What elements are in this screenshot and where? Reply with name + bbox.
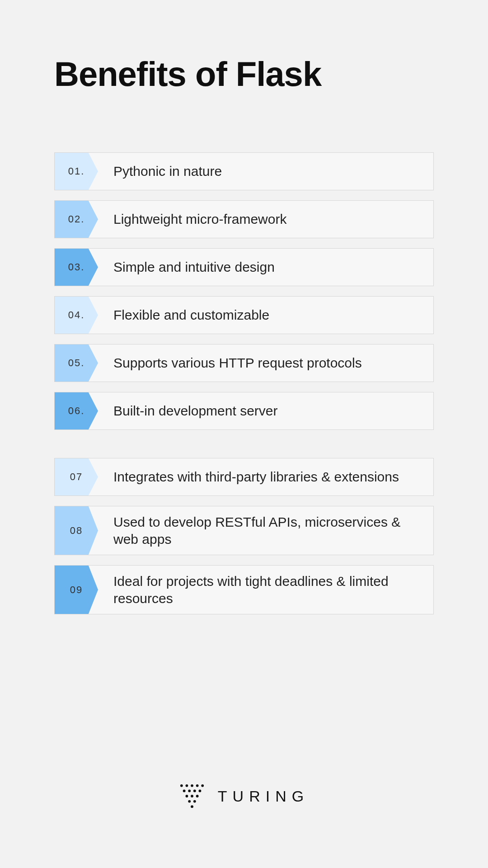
list-item: 09 Ideal for projects with tight deadlin… <box>54 565 434 614</box>
page-title: Benefits of Flask <box>54 54 434 94</box>
svg-point-4 <box>201 784 204 787</box>
item-text: Built-in development server <box>98 392 433 429</box>
svg-point-3 <box>196 784 199 787</box>
list-item: 04. Flexible and customizable <box>54 296 434 334</box>
item-number-badge: 04. <box>55 297 98 334</box>
item-number-badge: 07 <box>55 458 98 495</box>
list-item: 01. Pythonic in nature <box>54 152 434 190</box>
item-text: Simple and intuitive design <box>98 249 433 286</box>
svg-point-13 <box>193 800 196 803</box>
item-number-badge: 03. <box>55 249 98 286</box>
svg-point-2 <box>191 784 193 787</box>
list-item: 03. Simple and intuitive design <box>54 248 434 286</box>
item-text: Supports various HTTP request protocols <box>98 344 433 382</box>
item-number-badge: 05. <box>55 344 98 382</box>
item-text: Lightweight micro-framework <box>98 201 433 238</box>
svg-point-12 <box>188 800 191 803</box>
benefits-list: 01. Pythonic in nature 02. Lightweight m… <box>54 152 434 614</box>
item-number: 02. <box>68 213 85 225</box>
list-item: 07 Integrates with third-party libraries… <box>54 458 434 496</box>
svg-point-10 <box>191 795 193 797</box>
svg-point-9 <box>185 795 188 797</box>
svg-point-11 <box>196 795 199 797</box>
item-number-badge: 08 <box>55 506 98 555</box>
item-number-badge: 01. <box>55 153 98 190</box>
item-text: Used to develop RESTful APIs, microservi… <box>98 506 433 555</box>
list-item: 06. Built-in development server <box>54 392 434 430</box>
item-number: 06. <box>68 405 85 417</box>
item-text: Ideal for projects with tight deadlines … <box>98 566 433 614</box>
item-number: 09 <box>70 584 83 596</box>
item-text: Integrates with third-party libraries & … <box>98 458 433 495</box>
svg-point-0 <box>180 784 183 787</box>
item-number-badge: 09 <box>55 566 98 614</box>
svg-point-7 <box>193 790 196 793</box>
item-number-badge: 06. <box>55 392 98 429</box>
svg-point-8 <box>198 790 201 793</box>
item-text: Pythonic in nature <box>98 153 433 190</box>
turing-logo-icon <box>179 783 205 809</box>
svg-point-1 <box>185 784 188 787</box>
item-number-badge: 02. <box>55 201 98 238</box>
item-number: 07 <box>70 471 83 483</box>
list-item: 05. Supports various HTTP request protoc… <box>54 344 434 382</box>
item-text: Flexible and customizable <box>98 297 433 334</box>
item-number: 03. <box>68 261 85 273</box>
svg-point-14 <box>191 805 193 808</box>
brand: TURING <box>0 783 488 809</box>
item-number: 04. <box>68 309 85 321</box>
item-number: 05. <box>68 357 85 369</box>
brand-name: TURING <box>218 788 309 805</box>
item-number: 08 <box>70 525 83 537</box>
svg-point-5 <box>183 790 186 793</box>
item-number: 01. <box>68 165 85 177</box>
list-item: 08 Used to develop RESTful APIs, microse… <box>54 506 434 555</box>
list-item: 02. Lightweight micro-framework <box>54 200 434 238</box>
svg-point-6 <box>188 790 191 793</box>
